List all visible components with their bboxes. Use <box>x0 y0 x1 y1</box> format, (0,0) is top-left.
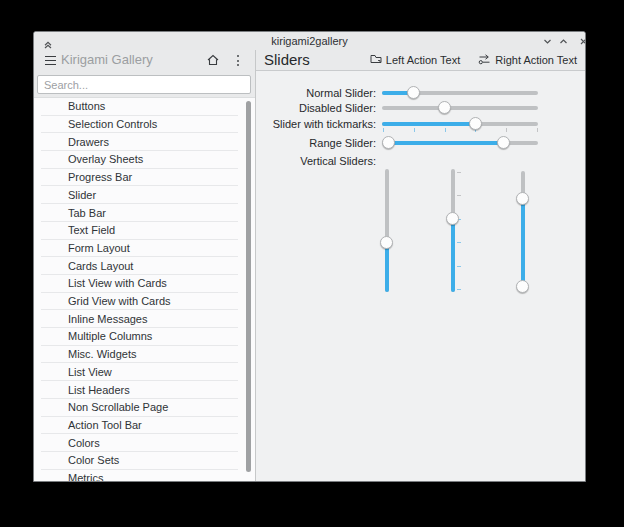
sidebar-item-label: Text Field <box>41 224 115 236</box>
menu-icon[interactable] <box>45 56 56 65</box>
form-label: Slider with tickmarks: <box>273 115 376 133</box>
sidebar-item-label: List View with Cards <box>41 277 167 289</box>
right-action-label: Right Action Text <box>495 54 577 66</box>
sidebar-item-label: Color Sets <box>41 454 119 466</box>
content-area <box>256 71 585 481</box>
left-action-button[interactable]: Left Action Text <box>370 54 460 66</box>
vertical-slider-track-3[interactable] <box>521 171 525 291</box>
slider-fill <box>385 243 389 292</box>
form-row-vertical-label: Vertical Sliders: <box>34 152 586 170</box>
slider-tickmark <box>457 242 461 243</box>
range-slider-handle-low[interactable] <box>382 136 395 149</box>
slider-tickmark <box>457 172 461 173</box>
sidebar-item-form-layout[interactable]: Form Layout <box>41 240 238 258</box>
sidebar-item-label: Action Tool Bar <box>41 419 142 431</box>
normal-slider-track[interactable] <box>382 91 538 95</box>
sidebar-item-grid-view-with-cards[interactable]: Grid View with Cards <box>41 293 238 311</box>
sidebar-item-list-view[interactable]: List View <box>41 364 238 382</box>
form-label: Range Slider: <box>309 134 376 152</box>
slider-tickmark <box>445 128 446 132</box>
slider-tickmark <box>537 128 538 132</box>
slider-tickmark <box>414 128 415 132</box>
form-label: Vertical Sliders: <box>300 152 376 170</box>
sidebar-item-label: Metrics <box>41 472 103 481</box>
slider-tickmark <box>506 128 507 132</box>
ticks-slider-handle[interactable] <box>469 117 482 130</box>
sidebar-item-label: Non Scrollable Page <box>41 401 168 413</box>
sidebar-item-misc-widgets[interactable]: Misc. Widgets <box>41 346 238 364</box>
sidebar-item-list-headers[interactable]: List Headers <box>41 381 238 399</box>
sidebar-item-progress-bar[interactable]: Progress Bar <box>41 169 238 187</box>
adjust-sliders-icon <box>478 54 491 67</box>
normal-slider-handle[interactable] <box>407 86 420 99</box>
maximize-button[interactable] <box>558 36 569 47</box>
sidebar-item-label: Inline Messages <box>41 313 148 325</box>
form-row-range: Range Slider: <box>34 134 586 152</box>
minimize-button[interactable] <box>542 36 553 47</box>
slider-fill <box>521 199 525 287</box>
panel-divider <box>255 50 256 481</box>
page-title: Sliders <box>264 50 310 70</box>
slider-fill <box>382 122 476 126</box>
sidebar-item-colors[interactable]: Colors <box>41 434 238 452</box>
slider-tickmark <box>457 195 461 196</box>
folder-icon <box>370 54 382 66</box>
slider-fill <box>451 218 455 292</box>
right-action-button[interactable]: Right Action Text <box>478 54 577 67</box>
sidebar-item-color-sets[interactable]: Color Sets <box>41 452 238 470</box>
range-slider-handle-high[interactable] <box>497 136 510 149</box>
sidebar-item-text-field[interactable]: Text Field <box>41 222 238 240</box>
sidebar-item-label: Cards Layout <box>41 260 133 272</box>
form-row-ticks: Slider with tickmarks: <box>34 115 586 133</box>
sidebar-item-label: Form Layout <box>41 242 130 254</box>
slider-tickmark <box>457 266 461 267</box>
sidebar-item-label: Progress Bar <box>41 171 132 183</box>
vertical-slider-track-2[interactable] <box>451 169 455 292</box>
vertical-slider-track-1[interactable] <box>385 169 389 292</box>
sidebar-item-inline-messages[interactable]: Inline Messages <box>41 310 238 328</box>
sidebar-item-label: List Headers <box>41 384 130 396</box>
sidebar-item-label: Slider <box>41 189 96 201</box>
slider-tickmark <box>383 128 384 132</box>
sidebar-item-label: Tab Bar <box>41 207 106 219</box>
sidebar-item-tab-bar[interactable]: Tab Bar <box>41 204 238 222</box>
sidebar-item-metrics[interactable]: Metrics <box>41 470 238 481</box>
sidebar-item-non-scrollable-page[interactable]: Non Scrollable Page <box>41 399 238 417</box>
sidebar-item-slider[interactable]: Slider <box>41 187 238 205</box>
sidebar-item-list-view-with-cards[interactable]: List View with Cards <box>41 275 238 293</box>
page-header: Sliders Left Action Text R <box>255 50 585 71</box>
slider-tickmark <box>457 289 461 290</box>
sidebar-item-label: List View <box>41 366 112 378</box>
titlebar[interactable]: kirigami2gallery <box>34 32 585 51</box>
sidebar-item-label: Grid View with Cards <box>41 295 171 307</box>
sidebar-item-action-tool-bar[interactable]: Action Tool Bar <box>41 417 238 435</box>
sidebar-title: Kirigami Gallery <box>61 50 153 70</box>
home-icon[interactable] <box>206 53 220 67</box>
left-action-label: Left Action Text <box>386 54 460 66</box>
window-title: kirigami2gallery <box>34 32 585 50</box>
slider-fill <box>388 141 503 145</box>
sidebar-item-cards-layout[interactable]: Cards Layout <box>41 257 238 275</box>
disabled-slider-track[interactable] <box>382 106 538 110</box>
sidebar-item-label: Multiple Columns <box>41 330 152 342</box>
sidebar-item-multiple-columns[interactable]: Multiple Columns <box>41 328 238 346</box>
vertical-range-handle-low[interactable] <box>516 280 529 293</box>
vertical-range-handle-high[interactable] <box>516 192 529 205</box>
overflow-menu-icon[interactable] <box>235 55 240 66</box>
toolbar-actions: Left Action Text Right Action Text <box>370 50 577 70</box>
app-window: kirigami2gallery Kirigami Gallery <box>33 31 586 482</box>
ticks-slider-track[interactable] <box>382 122 538 126</box>
sidebar-item-label: Colors <box>41 437 100 449</box>
disabled-slider-handle[interactable] <box>438 101 451 114</box>
sidebar-item-label: Misc. Widgets <box>41 348 136 360</box>
close-button[interactable] <box>578 36 586 47</box>
range-slider-track[interactable] <box>382 141 538 145</box>
vertical-slider-handle[interactable] <box>446 212 459 225</box>
